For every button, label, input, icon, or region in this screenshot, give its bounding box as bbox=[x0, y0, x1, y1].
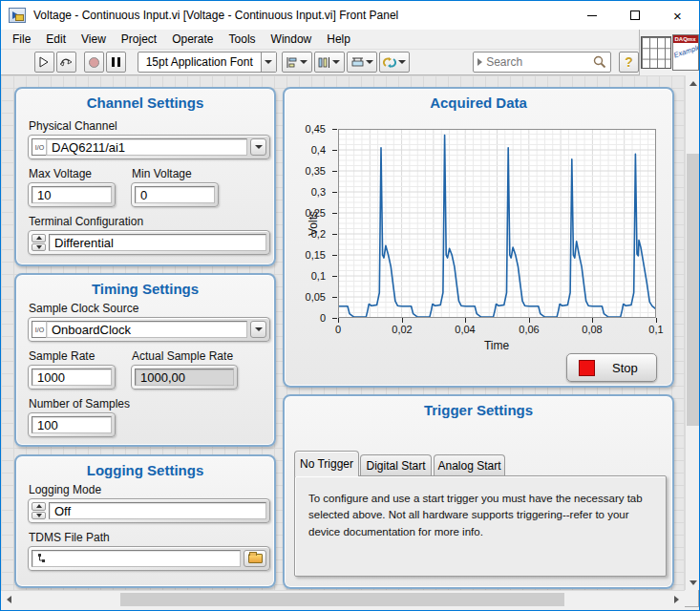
x-tick-label: 0,02 bbox=[392, 324, 412, 335]
daqmx-badge-bottom: Example bbox=[672, 43, 699, 60]
stop-button-label: Stop bbox=[612, 361, 638, 375]
help-icon: ? bbox=[625, 54, 633, 70]
vi-icon-pane[interactable]: DAQmx Example bbox=[639, 30, 699, 75]
close-button[interactable]: × bbox=[656, 2, 699, 30]
min-voltage-value[interactable]: 0 bbox=[135, 186, 215, 203]
context-help-button[interactable]: ? bbox=[619, 52, 639, 73]
stop-led-icon bbox=[579, 360, 595, 376]
minimize-button[interactable] bbox=[570, 2, 613, 30]
trigger-settings-title: Trigger Settings bbox=[285, 402, 672, 418]
timing-settings-panel: Timing Settings Sample Clock Source I/O … bbox=[14, 273, 276, 447]
terminal-configuration-combo[interactable]: Differential bbox=[28, 230, 270, 255]
scroll-left-button[interactable] bbox=[1, 591, 17, 608]
pause-icon bbox=[111, 56, 121, 68]
x-tick-mark bbox=[529, 318, 530, 323]
resize-grip[interactable] bbox=[685, 590, 699, 607]
logging-settings-title: Logging Settings bbox=[16, 462, 274, 478]
logging-mode-value[interactable]: Off bbox=[49, 502, 266, 519]
menu-operate[interactable]: Operate bbox=[164, 30, 221, 49]
browse-button[interactable] bbox=[244, 550, 266, 567]
scroll-up-button[interactable] bbox=[686, 75, 700, 91]
search-box bbox=[473, 52, 611, 73]
tab-no-trigger[interactable]: No Trigger bbox=[294, 451, 359, 476]
resize-objects-button[interactable] bbox=[347, 52, 377, 73]
menubar: File Edit View Project Operate Tools Win… bbox=[1, 30, 639, 50]
sample-rate-value[interactable]: 1000 bbox=[32, 369, 112, 386]
menu-project[interactable]: Project bbox=[114, 30, 164, 49]
scroll-right-button[interactable] bbox=[668, 591, 685, 608]
horizontal-scrollbar[interactable] bbox=[1, 590, 685, 607]
y-tick-label: 0,15 bbox=[306, 249, 326, 261]
search-input[interactable] bbox=[486, 55, 589, 69]
logging-mode-spinner[interactable] bbox=[32, 502, 46, 519]
menu-window[interactable]: Window bbox=[264, 30, 320, 49]
horizontal-scroll-thumb[interactable] bbox=[120, 593, 564, 606]
vertical-scroll-thumb[interactable] bbox=[687, 154, 699, 426]
y-tick-label: 0,3 bbox=[311, 186, 326, 198]
run-button[interactable] bbox=[34, 52, 54, 73]
y-tick-mark bbox=[332, 276, 337, 277]
x-axis-label: Time bbox=[484, 339, 509, 352]
terminal-configuration-spinner[interactable] bbox=[32, 234, 46, 251]
sample-rate-field[interactable]: 1000 bbox=[28, 365, 116, 390]
pause-button[interactable] bbox=[106, 52, 126, 73]
menu-edit[interactable]: Edit bbox=[38, 30, 74, 49]
x-tick-mark bbox=[656, 318, 657, 323]
sample-clock-source-dropdown[interactable] bbox=[250, 321, 266, 338]
physical-channel-value[interactable]: DAQ6211/ai1 bbox=[46, 138, 247, 156]
minimize-icon bbox=[587, 15, 597, 16]
scroll-down-button[interactable] bbox=[686, 575, 700, 590]
tdms-file-path-value[interactable] bbox=[32, 550, 241, 567]
number-of-samples-field[interactable]: 100 bbox=[28, 412, 116, 437]
chevron-down-icon bbox=[332, 60, 340, 64]
vertical-scrollbar[interactable] bbox=[685, 75, 699, 590]
menu-file[interactable]: File bbox=[5, 30, 38, 49]
arrow-down-icon bbox=[689, 580, 697, 585]
resize-objects-icon bbox=[351, 56, 364, 69]
arrow-right-icon bbox=[674, 596, 679, 603]
channel-settings-title: Channel Settings bbox=[16, 95, 274, 111]
run-continuous-button[interactable] bbox=[56, 52, 76, 73]
stop-button[interactable]: Stop bbox=[566, 353, 657, 382]
titlebar: Voltage - Continuous Input.vi [Voltage -… bbox=[1, 1, 699, 30]
reorder-objects-button[interactable] bbox=[379, 52, 410, 73]
y-tick-mark bbox=[332, 297, 337, 298]
menu-view[interactable]: View bbox=[74, 30, 114, 49]
abort-button[interactable] bbox=[84, 52, 104, 73]
y-axis-label: Volts bbox=[307, 211, 320, 236]
sample-clock-source-combo[interactable]: I/O OnboardClock bbox=[28, 317, 270, 342]
sample-clock-source-value[interactable]: OnboardClock bbox=[46, 321, 247, 338]
tdms-file-path-control[interactable] bbox=[28, 546, 270, 571]
menu-tools[interactable]: Tools bbox=[222, 30, 264, 49]
number-of-samples-value[interactable]: 100 bbox=[32, 416, 112, 433]
y-tick-mark bbox=[332, 213, 337, 214]
distribute-objects-button[interactable] bbox=[314, 52, 345, 73]
y-tick-mark bbox=[332, 150, 337, 151]
x-tick-mark bbox=[592, 318, 593, 323]
physical-channel-combo[interactable]: I/O DAQ6211/ai1 bbox=[28, 135, 270, 159]
tab-analog-start[interactable]: Analog Start bbox=[434, 454, 505, 475]
maximize-icon bbox=[630, 11, 640, 20]
font-selector[interactable]: 15pt Application Font bbox=[138, 52, 277, 73]
terminal-configuration-value[interactable]: Differential bbox=[49, 234, 266, 251]
chevron-down-icon bbox=[300, 60, 308, 64]
tab-digital-start[interactable]: Digital Start bbox=[360, 454, 432, 475]
logging-mode-combo[interactable]: Off bbox=[28, 498, 270, 523]
chevron-down-icon bbox=[366, 60, 373, 64]
y-tick-mark bbox=[332, 255, 337, 256]
align-objects-button[interactable] bbox=[282, 52, 312, 73]
max-voltage-label: Max Voltage bbox=[29, 167, 92, 180]
distribute-objects-icon bbox=[318, 56, 330, 69]
max-voltage-value[interactable]: 10 bbox=[32, 186, 112, 203]
min-voltage-label: Min Voltage bbox=[132, 167, 192, 180]
window-title: Voltage - Continuous Input.vi [Voltage -… bbox=[33, 9, 570, 22]
physical-channel-dropdown[interactable] bbox=[250, 138, 266, 156]
maximize-button[interactable] bbox=[613, 2, 656, 30]
max-voltage-field[interactable]: 10 bbox=[28, 182, 116, 207]
menu-help[interactable]: Help bbox=[319, 30, 358, 49]
font-selector-dropdown[interactable] bbox=[261, 53, 276, 72]
font-selector-value: 15pt Application Font bbox=[138, 55, 261, 69]
run-icon bbox=[38, 56, 50, 68]
align-objects-icon bbox=[286, 56, 298, 69]
min-voltage-field[interactable]: 0 bbox=[131, 182, 219, 207]
